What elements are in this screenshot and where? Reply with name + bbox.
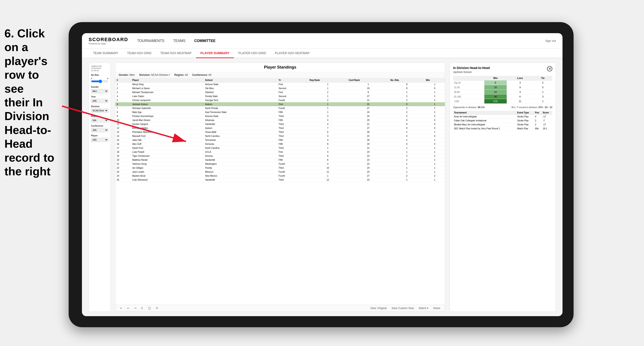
table-row[interactable]: 7 Nicholas Gabrelcik North Florida Fourt… [116,106,445,110]
h2h-col-loss: Loss [507,76,534,80]
table-row[interactable]: 24 Bastien Amat New Mexico Fourth 1 27 2… [116,174,445,178]
table-row[interactable]: 5 Christo Lamprecht Georgia Tech Fourth … [116,98,445,102]
top-nav: SCOREBOARD Powered by clippi TOURNAMENTS… [82,33,562,49]
h2h-panel: In Division Head-to-Head Jackson Koivun … [450,63,556,312]
player-select[interactable]: (All) [91,138,108,142]
nav-right: Sign out [545,39,556,42]
share-btn[interactable]: Share [432,306,442,310]
tournament-row[interactable]: Fallan Oak Collegiate Invitational Strok… [453,119,552,123]
table-row[interactable]: 18 Luke Powell UCLA First 4 24 1 1 [116,150,445,154]
table-row[interactable]: 23 Jack Lundin Missouri Fourth 11 24 1 1 [116,170,445,174]
col-no-rds: No. Rds. [389,78,424,82]
table-row[interactable]: 13 Phichaksn Maichon Texas A&M Third 6 3… [116,130,445,134]
tablet-screen: SCOREBOARD Powered by clippi TOURNAMENTS… [82,33,562,316]
table-row[interactable]: 2 Michael La Sasso Ole Miss Second 1 19 … [116,86,445,90]
undo2-btn[interactable]: ↩ [126,306,131,310]
standings-table: # Player School Yr Reg Rank Conf Rank No… [116,78,445,182]
standings-filters: Gender: Men Division: NCAA Division I Re… [116,72,445,78]
table-row[interactable]: 11 Gordon Sargent Vanderbilt Third 4 21 … [116,122,445,126]
h2h-player-name: Jackson Koivun [453,71,490,74]
table-row[interactable]: 4 Luke Claton Florida State Second 1 27 … [116,94,445,98]
conference-filter-label: Conference [91,125,108,127]
tournament-row[interactable]: Amer Ari Intercollegiate Stroke Play 4 -… [453,115,552,119]
standings-toolbar: ↩ ↩ ↪ ⎘ 📋 ⟳ View: Original Save Custom V… [116,305,445,312]
h2h-row: 11-25 20 9 5 [453,85,552,90]
filters-panel: Update time: 27/01/2024 16:56:26 No Rds.… [88,63,111,312]
table-row[interactable]: 22 Ian Gilligan Florida Third 10 24 1 1 [116,166,445,170]
year-filter-label: Year [91,96,108,98]
nav-tournaments[interactable]: TOURNAMENTS [137,38,164,44]
table-row[interactable]: 1 Wenyi Ding Arizona State First 1 1 8 1 [116,82,445,86]
logo-subtitle: Powered by clippi [88,42,128,45]
subnav-team-h2h-grid[interactable]: TEAM H2H GRID [123,49,156,58]
tournament-row[interactable]: Mirabel Maui Jim Intercollegiate Stroke … [453,123,552,127]
opponents-label: Opponents in division: 98.1% [453,106,485,109]
table-row[interactable]: 8 Mats Ege East Tennessee State Fifth 1 … [116,110,445,114]
division-filter-label: Division [91,105,108,108]
no-rds-slider: 6 6 [91,77,108,84]
nav-teams[interactable]: TEAMS [173,38,185,44]
subnav-team-summary[interactable]: TEAM SUMMARY [88,49,123,58]
subnav-team-h2h-heatmap[interactable]: TEAM H2H HEATMAP [156,49,196,58]
tournament-row[interactable]: SEC Match Play hosted by Jerry Pate Roun… [453,127,552,131]
standings-table-container: # Player School Yr Reg Rank Conf Rank No… [116,78,445,305]
conference-filter-display: Conference: All [192,73,211,76]
col-reg-rank: Reg Rank [308,78,348,82]
refresh-btn[interactable]: ⟳ [154,306,160,310]
main-content: Update time: 27/01/2024 16:56:26 No Rds.… [82,58,562,316]
h2h-row: 26-50 22 4 1 [453,90,552,94]
nav-committee[interactable]: COMMITTEE [194,38,216,44]
update-time-label: Update time: 27/01/2024 16:56:26 [91,65,108,72]
undo-btn[interactable]: ↩ [119,306,124,310]
table-row[interactable]: 10 Jacob Mac Dissen Arkansas Fifth 4 25 … [116,118,445,122]
save-custom-btn[interactable]: Save Custom View [390,306,415,310]
tournament-col-name: Tournament [453,111,516,115]
toolbar-right: View: Original Save Custom View Watch ▾ … [369,306,442,310]
h2h-row: Top 10 8 3 2 [453,80,552,85]
table-row[interactable]: 15 Jake Hall Tennessee Fifth 4 26 1 1 [116,138,445,142]
tournament-col-score: Score [542,111,552,115]
region-select[interactable]: N/A [91,118,108,123]
conference-select[interactable]: (All) [91,128,108,132]
standings-title: Player Standings [116,63,445,72]
standings-panel: Player Standings Gender: Men Division: N… [115,63,445,312]
gender-filter-display: Gender: Men [119,73,135,76]
nav-items: TOURNAMENTS TEAMS COMMITTEE [137,38,545,44]
division-filter-display: Division: NCAA Division I [139,73,170,76]
copy-btn[interactable]: ⎘ [140,306,144,310]
col-win: Win [424,78,445,82]
table-row[interactable]: 16 Alex Goff Kentucky Fifth 8 19 0 0 [116,142,445,146]
h2h-close-btn[interactable]: ✕ [547,66,552,71]
table-row[interactable]: 19 Tiger Christensen Arizona Third 8 23 … [116,154,445,158]
table-row[interactable]: 6 Jackson Koivun Auburn First 1 22 0 1 [116,102,445,106]
table-row[interactable]: 14 Maxwell Ford North Carolina Third 3 2… [116,134,445,138]
region-filter-display: Region: All [174,73,188,76]
opponents-value: 98.1% [478,106,484,109]
sub-nav: TEAM SUMMARY TEAM H2H GRID TEAM H2H HEAT… [82,49,562,58]
subnav-player-summary[interactable]: PLAYER SUMMARY [196,49,234,58]
subnav-player-h2h-heatmap[interactable]: PLAYER H2H HEATMAP [270,49,314,58]
redo-btn[interactable]: ↪ [133,306,138,310]
year-select[interactable]: (All) [91,99,108,103]
logo-area: SCOREBOARD Powered by clippi [88,37,128,45]
table-row[interactable]: 12 Brendan Valdes Auburn Third 7 27 0 0 [116,126,445,130]
sign-out-link[interactable]: Sign out [545,39,556,42]
tournament-col-pos: Pos [534,111,542,115]
paste-btn[interactable]: 📋 [146,306,152,310]
table-row[interactable]: 20 Matthew Riedel Vanderbilt Fifth 8 23 … [116,158,445,162]
gender-select[interactable]: Men [91,89,108,93]
division-select[interactable]: NCAA Division I [91,109,108,113]
no-rds-label: No Rds. [91,74,108,76]
table-row[interactable]: 3 Michael Thorbjornsen Stanford First 2 … [116,90,445,94]
h2h-stats-summary: Opponents in division: 98.1% W-L-T recor… [453,106,552,109]
table-row[interactable]: 9 Preston Summerhays Arizona State Third… [116,114,445,118]
no-rds-range-input[interactable] [91,80,108,83]
view-original-btn[interactable]: View: Original [369,306,388,310]
table-row[interactable]: 25 Cole Sherwood Vanderbilt Third 12 23 … [116,178,445,182]
table-row[interactable]: 17 David Ford North Carolina Third 1 21 … [116,146,445,150]
table-row[interactable]: 21 Taehoon Song Washington Fourth 4 23 1… [116,162,445,166]
gender-filter-label: Gender [91,86,108,88]
watch-btn[interactable]: Watch ▾ [418,306,430,310]
h2h-row: >100 578 11 1 [453,99,552,104]
subnav-player-h2h-grid[interactable]: PLAYER H2H GRID [234,49,270,58]
